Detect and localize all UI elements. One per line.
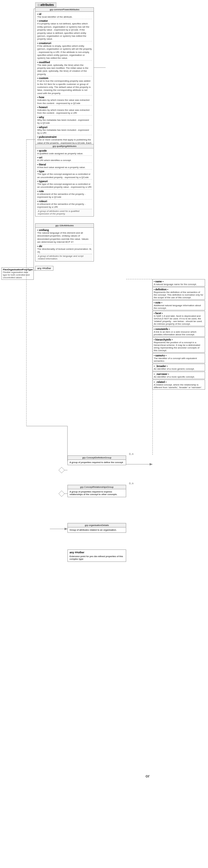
diagram-container: □ attributes grp commonPowerAttributes ▪… (0, 0, 208, 868)
multiplicity-2: 0..n (129, 482, 134, 485)
right-broader: ▪ _broader ▪ An identifier of a more gen… (152, 364, 205, 371)
qa-type: ▪ type The type of the concept assigned … (37, 169, 93, 179)
svg-marker-16 (150, 463, 152, 465)
attr-howuri: ▪ howuri Indicates by which means the va… (37, 105, 93, 115)
i18n-footer: A group of attributes for language and s… (37, 254, 93, 260)
concept-definition-stereotype: grp ConceptDefinitionGroup (69, 456, 125, 459)
organisation-details-body: Group of attributes related to an organi… (68, 527, 126, 532)
common-power-attributes-header: grp commonPowerAttributes (35, 8, 94, 12)
common-power-stereotype: grp commonPowerAttributes (37, 8, 93, 11)
multiplicity-1: 0..n (129, 453, 134, 456)
organisation-details-box: grp organisationDetails Group of attribu… (67, 523, 126, 533)
any-other-bottom-desc: Extension point for pre-/de-refined prop… (69, 555, 125, 561)
attr-modified: ▪ modified The date (and, optionally, th… (37, 60, 93, 76)
organisation-details-desc: Group of attributes related to an organi… (69, 528, 125, 532)
i18n-xmllang: ▪ xmllang The natural language of this e… (37, 228, 93, 244)
right-facet: ▪ facet ▪ In NAR 1.8 and later, facet is… (152, 311, 205, 326)
right-related: ▪ _related ▪ A related concept, where th… (152, 380, 205, 390)
flex-org-title: FlexOrganisationPropType (3, 268, 32, 271)
attr-id: ▪ id The local identifier of the attribu… (37, 12, 93, 19)
attr-how: ▪ how Indicates by which means the value… (37, 95, 93, 105)
qa-qcode: ▪ qcode A qualified code assigned as pro… (37, 149, 93, 155)
qualifying-attributes-header: grp qualifyingAttributes (35, 144, 94, 148)
organisation-details-stereotype: grp organisationDetails (69, 524, 125, 527)
i18n-dir: ▪ dir The directionality of textual cont… (37, 244, 93, 254)
right-sameas: ▪ sameAs ▪ The identifier of a concept w… (152, 353, 205, 363)
any-other-bottom-label: any ##other (69, 550, 125, 555)
svg-marker-11 (59, 491, 65, 497)
any-other-bottom-box: any ##other Extension point for pre-/de-… (67, 550, 126, 562)
attr-creatoruri: ▪ creatoruri If the attribute is empty, … (37, 41, 93, 60)
diagram-title: □ attributes (35, 2, 56, 7)
qualifying-footer: A group of attributes used for a qualifi… (37, 209, 93, 216)
any-other-bottom-body: any ##other Extension point for pre-/de-… (68, 550, 126, 561)
i18n-body: ▪ xmllang The natural language of this e… (35, 228, 94, 261)
qualifying-stereotype: grp qualifyingAttributes (37, 145, 93, 148)
attr-whyuri: ▪ whyuri Why the metadata has been inclu… (37, 125, 93, 135)
qa-roleuri: ▪ roleuri A refinement of the semantics … (37, 199, 93, 209)
concept-definition-body: A group of properties required to define… (68, 460, 126, 465)
right-definition: ▪ definition ▪ Represents the definition… (152, 287, 205, 300)
qa-uri: ▪ uri A URI which identifies a concept. (37, 155, 93, 162)
concept-definition-desc: A group of properties required to define… (69, 460, 125, 464)
or-label: or (145, 774, 150, 778)
concept-definition-group-box: grp ConceptDefinitionGroup A group of pr… (67, 456, 126, 465)
i18n-attributes-box: grp i18nAttributes ▪ xmllang The natural… (35, 223, 94, 261)
right-remoteinfo: ▪ remoteInfo ▪ A link to an item or a we… (152, 327, 205, 337)
right-name: ▪ name ▪ A natural language name for the… (152, 279, 205, 286)
concept-relationships-stereotype: grp ConceptRelationshipsGroup (69, 486, 125, 488)
organisation-details-header: grp organisationDetails (68, 523, 126, 527)
concept-relationships-desc: A group of properties required to expres… (69, 490, 125, 496)
attr-creator: ▪ creator If a property value is not def… (37, 19, 93, 41)
flex-org-desc: Flexible organisation data type for both… (3, 271, 32, 279)
title-text: attributes (40, 3, 54, 6)
qa-role: ▪ role A refinement of the semantics of … (37, 189, 93, 199)
any-other-label-left: any ##other (35, 266, 54, 271)
concept-relationships-header: grp ConceptRelationshipsGroup (68, 485, 126, 489)
qa-literal: ▪ literal A free-text value assigned as … (37, 162, 93, 169)
connector-overlay (0, 0, 208, 868)
concept-relationships-group-box: grp ConceptRelationshipsGroup A group of… (67, 485, 126, 497)
attr-custom: ▪ custom If set to true the correspondin… (37, 76, 93, 95)
right-attrs-container: ▪ name ▪ A natural language name for the… (152, 279, 205, 390)
attr-why: ▪ why Why the metadata has been included… (37, 115, 93, 125)
qualifying-attributes-box: grp qualifyingAttributes ▪ qcode A quali… (35, 144, 94, 217)
right-note: ▪ note ▪ Additional natural language inf… (152, 300, 205, 310)
right-hierarchyinfo: ▪ hierarchyInfo ▪ Represents the positio… (152, 337, 205, 352)
i18n-header: grp i18nAttributes (35, 224, 94, 228)
qa-typeuri: ▪ typeuri The type of the concept assign… (37, 179, 93, 189)
concept-relationships-body: A group of properties required to expres… (68, 489, 126, 497)
flex-org-prop-type-box: FlexOrganisationPropType Flexible organi… (1, 268, 34, 280)
concept-definition-header: grp ConceptDefinitionGroup (68, 456, 126, 460)
qualifying-attributes-body: ▪ qcode A qualified code assigned as pro… (35, 148, 94, 216)
right-narrower: ▪ _narrower ▪ An identifier of a more sp… (152, 372, 205, 379)
svg-marker-9 (59, 467, 65, 473)
i18n-stereotype: grp i18nAttributes (37, 224, 93, 227)
svg-marker-18 (65, 528, 67, 530)
title-icon: □ (38, 3, 40, 6)
